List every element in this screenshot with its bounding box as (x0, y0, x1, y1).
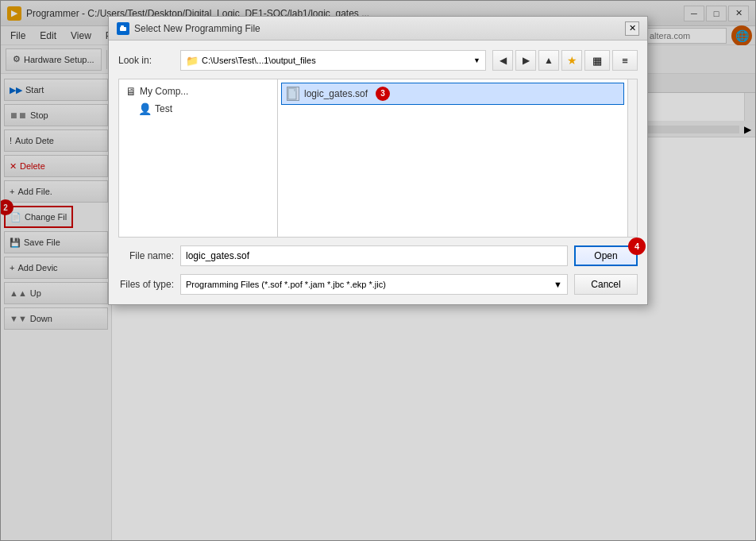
tree-item-test-label: Test (155, 103, 172, 114)
filetype-arrow-icon: ▼ (554, 280, 562, 289)
look-in-dropdown[interactable]: 📁 C:\Users\Test\...1\output_files ▼ (180, 50, 486, 71)
dialog-title-bar: Select New Programming File ✕ (109, 17, 647, 41)
tree-item-mycomp[interactable]: 🖥 My Comp... (122, 83, 274, 100)
user-icon: 👤 (138, 102, 152, 115)
filetype-label: Files of type: (118, 279, 174, 290)
filetype-value: Programming Files (*.sof *.pof *.jam *.j… (186, 280, 386, 289)
svg-rect-19 (121, 25, 124, 28)
dialog-title-text: Select New Programming File (134, 23, 260, 34)
look-in-label: Look in: (118, 55, 174, 66)
nav-buttons: ◀ ▶ ▲ ★ ▦ ≡ (492, 50, 638, 71)
file-tree: 🖥 My Comp... 👤 Test (119, 79, 278, 237)
dialog-content: Look in: 📁 C:\Users\Test\...1\output_fil… (109, 41, 647, 304)
dialog-overlay: Select New Programming File ✕ Look in: 📁… (0, 0, 756, 541)
filename-label: File name: (118, 250, 174, 261)
look-in-row: Look in: 📁 C:\Users\Test\...1\output_fil… (118, 50, 638, 71)
tree-item-label: My Comp... (140, 86, 188, 97)
dialog-icon (117, 22, 129, 35)
computer-icon: 🖥 (125, 85, 137, 98)
open-btn-container: Open 4 (574, 245, 638, 266)
filetype-row: Files of type: Programming Files (*.sof … (118, 274, 638, 295)
look-in-path: C:\Users\Test\...1\output_files (202, 56, 316, 65)
cancel-button[interactable]: Cancel (574, 274, 638, 295)
file-item-sof[interactable]: logic_gates.sof 3 (281, 83, 624, 105)
filetype-dropdown[interactable]: Programming Files (*.sof *.pof *.jam *.j… (180, 274, 568, 295)
large-icons-button[interactable]: ▦ (584, 50, 610, 71)
badge-3: 3 (376, 87, 390, 101)
forward-button[interactable]: ▶ (515, 50, 536, 71)
browser-scrollbar[interactable] (627, 79, 637, 237)
dropdown-arrow-icon: ▼ (473, 56, 480, 64)
bookmark-button[interactable]: ★ (561, 50, 582, 71)
dialog-close-button[interactable]: ✕ (625, 21, 639, 36)
select-programming-file-dialog: Select New Programming File ✕ Look in: 📁… (108, 16, 648, 305)
list-view-button[interactable]: ≡ (612, 50, 638, 71)
folder-icon: 📁 (186, 55, 199, 67)
filename-row: File name: Open 4 (118, 245, 638, 266)
file-list: logic_gates.sof 3 (278, 79, 627, 237)
sof-file-icon (287, 87, 299, 101)
svg-rect-22 (294, 88, 297, 91)
file-browser: 🖥 My Comp... 👤 Test (118, 79, 638, 238)
sof-filename: logic_gates.sof (304, 88, 368, 99)
back-button[interactable]: ◀ (492, 50, 513, 71)
badge-4: 4 (628, 238, 646, 255)
main-window: ▶ Programmer - C:/Users/Test/Desktop/Dig… (0, 0, 756, 541)
dialog-title-left: Select New Programming File (117, 22, 260, 35)
filename-input[interactable] (180, 245, 568, 266)
tree-item-test[interactable]: 👤 Test (122, 100, 274, 118)
up-dir-button[interactable]: ▲ (538, 50, 559, 71)
